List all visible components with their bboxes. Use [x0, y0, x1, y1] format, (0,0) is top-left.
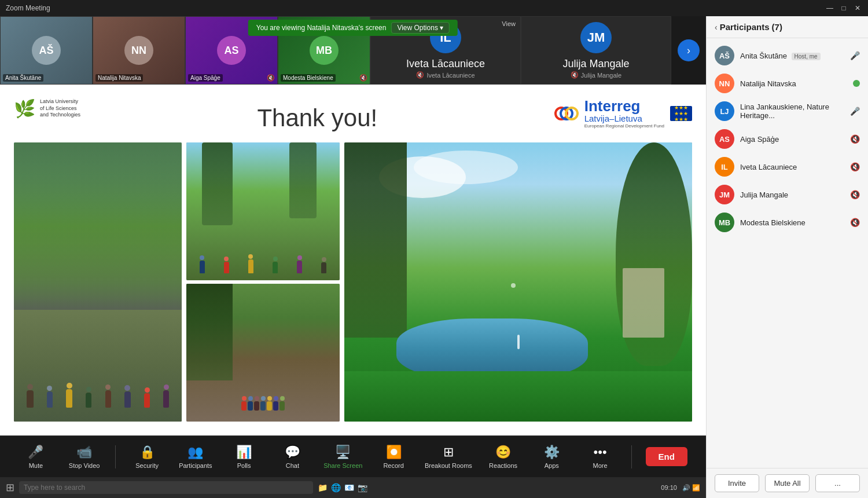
taskbar-icon-4: 📷 [358, 483, 367, 492]
more-label: More [593, 462, 608, 469]
polls-button[interactable]: 📊 Polls [227, 445, 262, 469]
participant-actions[interactable]: 🎤 [850, 107, 860, 116]
toolbar-divider-1 [115, 445, 116, 468]
slide-header: 🌿 Latvia University of Life Sciences and… [14, 98, 692, 132]
toolbar-divider-2 [631, 445, 632, 468]
record-label: Record [383, 462, 403, 469]
window-controls[interactable]: — □ ✕ [825, 3, 862, 13]
mic-status: 🎤 [850, 51, 860, 60]
avatar: AŠ [715, 46, 734, 65]
mute-button[interactable]: 🎤 Mute [19, 445, 53, 469]
tile-sub-iveta: 🔇 Iveta Lācauniece [416, 71, 475, 79]
apps-icon: ⚙️ [544, 445, 560, 460]
apps-label: Apps [545, 462, 559, 469]
participant-name-natalija: Natalija Nitavska [95, 74, 143, 82]
participant-actions[interactable] [853, 80, 860, 87]
reactions-icon: 😊 [495, 445, 511, 460]
interreg-rings [554, 101, 579, 126]
mic-muted-icon: 🔇 [850, 134, 860, 144]
mute-label: Mute [29, 462, 43, 469]
breakout-icon: ⊞ [443, 445, 454, 460]
polls-label: Polls [237, 462, 251, 469]
reactions-label: Reactions [489, 462, 517, 469]
participant-list: AŠ Anita Škutāne Host, me 🎤 NN Natalija … [707, 38, 868, 468]
participant-actions[interactable]: 🔇 [850, 190, 860, 199]
list-item: JM Julija Mangale 🔇 [707, 181, 868, 208]
list-item: MB Modesta Bielskiene 🔇 [707, 208, 868, 236]
search-input[interactable] [19, 481, 313, 494]
photos-grid [14, 142, 692, 422]
titlebar-title: Zoom Meeting [6, 4, 825, 12]
end-meeting-button[interactable]: End [646, 447, 687, 466]
slide-content: 🌿 Latvia University of Life Sciences and… [0, 85, 706, 435]
llu-text: Latvia University of Life Sciences and T… [40, 98, 80, 119]
list-item: AŠ Anita Škutāne Host, me 🎤 [707, 42, 868, 69]
apps-button[interactable]: ⚙️ Apps [534, 445, 569, 469]
presentation-area: 🌿 Latvia University of Life Sciences and… [0, 85, 706, 435]
maximize-button[interactable]: □ [839, 3, 848, 13]
avatar: AS [715, 129, 734, 149]
more-button[interactable]: ••• More [583, 445, 617, 469]
photo-left [14, 142, 182, 422]
participant-name: Aiga Spāģe [740, 135, 844, 144]
invite-button[interactable]: Invite [715, 474, 759, 492]
screen-share-text: You are viewing Natalija Nitavska's scre… [256, 24, 387, 32]
security-label: Security [135, 462, 159, 469]
footer-more-button[interactable]: ... [815, 474, 860, 492]
collapse-button[interactable]: ‹ [715, 23, 718, 32]
interreg-logo: Interreg Latvija–Lietuva European Region… [554, 98, 692, 129]
chat-icon: 💬 [285, 445, 300, 460]
close-button[interactable]: ✕ [853, 3, 862, 13]
participant-actions[interactable]: 🔇 [850, 162, 860, 171]
searchbar: ⊞ 📁 🌐 📧 📷 09:10 🔊 📶 [0, 477, 706, 498]
participants-button[interactable]: 👥 Participants [178, 445, 213, 469]
mute-all-button[interactable]: Mute All [765, 474, 810, 492]
reactions-button[interactable]: 😊 Reactions [486, 445, 521, 469]
minimize-button[interactable]: — [825, 3, 834, 13]
avatar: NN [715, 74, 734, 93]
mic-muted-icon: 🔇 [850, 162, 860, 171]
participant-name: Iveta Lācauniece [740, 163, 844, 171]
security-button[interactable]: 🔒 Security [130, 445, 164, 469]
screen-share-banner: You are viewing Natalija Nitavska's scre… [248, 20, 458, 36]
participant-name: Natalija Nitavska [740, 79, 847, 88]
participant-bar: You are viewing Natalija Nitavska's scre… [0, 16, 706, 85]
participant-thumb-natalija: NN Natalija Nitavska [93, 16, 185, 85]
eu-flag: ★★★★★★★★★ [670, 106, 692, 121]
taskbar-icon-1: 📁 [318, 483, 328, 492]
arrow-btn[interactable]: › [678, 39, 700, 61]
participant-name: Modesta Bielskiene [740, 218, 844, 227]
list-item: IL Iveta Lācauniece 🔇 [707, 153, 868, 181]
view-options-button[interactable]: View Options ▾ [391, 22, 450, 34]
participant-actions[interactable]: 🎤 [850, 51, 860, 60]
time-display: 09:10 🔊 📶 [661, 484, 700, 492]
mic-icon-modesta: 🔇 [359, 74, 367, 82]
list-item: AS Aiga Spāģe 🔇 [707, 125, 868, 153]
taskbar-icon-3: 📧 [344, 483, 354, 492]
participant-actions[interactable]: 🔇 [850, 218, 860, 227]
mic-icon-aiga: 🔇 [267, 74, 275, 82]
taskbar-icons: 📁 🌐 📧 📷 [318, 483, 367, 492]
breakout-rooms-button[interactable]: ⊞ Breakout Rooms [425, 445, 472, 469]
llu-logo: 🌿 Latvia University of Life Sciences and… [14, 98, 80, 119]
interreg-sub: Latvija–Lietuva [584, 113, 664, 123]
record-button[interactable]: ⏺️ Record [376, 445, 411, 469]
taskbar-icon-2: 🌐 [331, 483, 341, 492]
stop-video-button[interactable]: 📹 Stop Video [67, 445, 102, 469]
participants-sidebar: ‹ Participants (7) AŠ Anita Škutāne Host… [706, 16, 868, 498]
share-screen-button[interactable]: 🖥️ Share Screen [323, 445, 362, 469]
breakout-label: Breakout Rooms [425, 462, 472, 469]
next-tile-btn[interactable]: › [671, 16, 706, 85]
video-section: You are viewing Natalija Nitavska's scre… [0, 16, 706, 498]
participant-actions[interactable]: 🔇 [850, 134, 860, 144]
mic-muted-icon: 🔇 [850, 218, 860, 227]
participants-label: Participants [179, 462, 212, 469]
chat-button[interactable]: 💬 Chat [275, 445, 310, 469]
photo-right [344, 142, 692, 422]
participant-name-aiga: Aiga Spāģe [188, 74, 223, 82]
tile-sub-julija: 🔇 Julija Mangale [571, 71, 621, 79]
participant-name-anita: Anita Škutāne [3, 74, 43, 82]
main-area: You are viewing Natalija Nitavska's scre… [0, 16, 868, 498]
photo-middle-top [186, 142, 340, 280]
list-item: LJ Lina Jankauskiene, Nature Heritage...… [707, 97, 868, 125]
